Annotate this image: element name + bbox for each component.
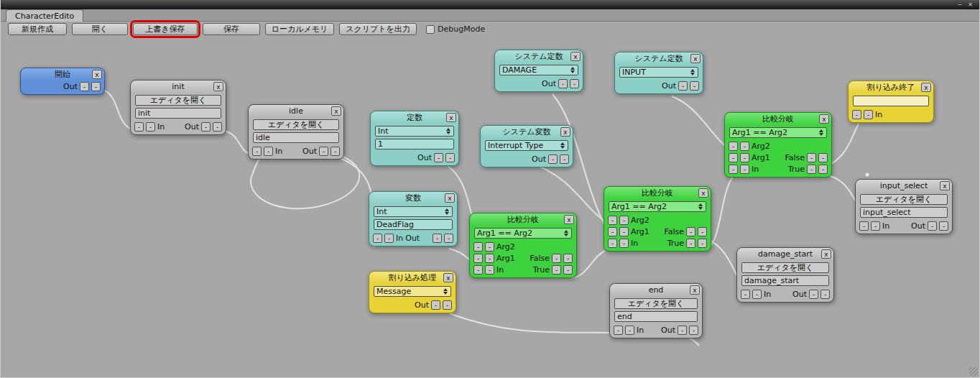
port-in-connector[interactable]: - [619,239,629,248]
port-true-toggle[interactable]: - [552,265,561,275]
port-out-toggle[interactable]: - [80,82,89,91]
node-compare-branch-3[interactable]: 比較分岐 x Arg1 == Arg2 - - Arg2 - - Arg1 Fa… [724,112,832,178]
port-out-toggle[interactable]: - [809,290,818,299]
port-arg1-toggle[interactable]: - [608,227,617,236]
node-system-constant-input[interactable]: システム定数 x INPUT Out - - [614,52,703,94]
variable-name-field[interactable]: DeadFlag [374,219,453,230]
open-editor-button[interactable]: エディタを開く [860,194,948,205]
port-in-toggle[interactable]: - [859,221,869,231]
port-in-connector[interactable]: - [264,147,273,156]
node-variable[interactable]: 変数 x Int DeadFlag - - In Out - - [369,191,458,246]
port-out-toggle[interactable]: - [548,155,558,164]
port-in-toggle[interactable]: - [473,265,483,275]
port-in-toggle[interactable]: - [614,326,623,335]
close-icon[interactable]: x [690,54,701,63]
port-out-toggle[interactable]: - [678,81,688,91]
variable-dropdown[interactable]: Interrupt Type [485,140,568,151]
port-arg1-connector[interactable]: - [485,254,494,263]
port-arg2-toggle[interactable]: - [729,142,738,151]
port-out-connector[interactable]: - [445,153,455,162]
open-editor-button[interactable]: エディタを開く [253,119,339,130]
type-dropdown[interactable]: Int [375,126,454,137]
port-out-toggle[interactable]: - [433,234,442,243]
node-compare-branch-1[interactable]: 比較分岐 x Arg1 == Arg2 - - Arg2 - - Arg1 Fa… [469,213,577,278]
port-arg1-toggle[interactable]: - [729,153,738,162]
open-editor-button[interactable]: エディタを開く [614,298,698,309]
port-false-toggle[interactable]: - [686,227,695,236]
node-interrupt-end[interactable]: 割り込み終了 x - - In [848,80,934,123]
close-icon[interactable]: x [698,188,708,198]
port-out-toggle[interactable]: - [319,147,328,156]
script-name-field[interactable]: end [614,311,698,322]
tab-charactereditor[interactable]: CharacterEdito [6,9,83,22]
type-dropdown[interactable]: Int [374,206,453,217]
node-start[interactable]: 開始 x Out - - [20,68,105,95]
port-in-connector[interactable]: - [752,290,762,299]
local-memory-button[interactable]: ローカルメモリ [265,23,334,35]
save-button[interactable]: 保存 [203,23,260,35]
node-idle[interactable]: idle x エディタを開く idle - - In Out - - [248,104,344,160]
debugmode-checkbox[interactable] [426,25,435,34]
resize-grip-icon[interactable] [969,367,978,376]
port-arg2-connector[interactable]: - [740,142,749,151]
port-arg2-toggle[interactable]: - [608,216,617,225]
node-interrupt-handler[interactable]: 割り込み処理 x Message Out - - [369,271,456,313]
condition-dropdown[interactable]: Arg1 == Arg2 [729,127,827,138]
port-in-toggle[interactable]: - [852,110,861,119]
node-system-variable[interactable]: システム変数 x Interrupt Type Out - - [480,125,573,167]
script-name-field[interactable]: input_select [860,207,948,218]
close-icon[interactable]: x [921,83,931,92]
close-icon[interactable]: x [570,52,581,61]
node-canvas[interactable] [1,0,979,377]
port-false-connector[interactable]: - [818,153,828,162]
port-in-toggle[interactable]: - [608,239,617,248]
port-in-connector[interactable]: - [485,265,494,275]
port-out-connector[interactable]: - [213,122,222,132]
port-out-connector[interactable]: - [444,234,453,243]
window-close-icon[interactable]: ✕ [968,2,973,8]
open-editor-button[interactable]: エディタを開く [741,262,829,273]
minimize-icon[interactable]: ─ [958,2,961,8]
port-in-connector[interactable]: - [871,221,880,231]
port-true-toggle[interactable]: - [807,165,816,174]
port-out-toggle[interactable]: - [431,300,440,310]
open-button[interactable]: 開く [72,23,128,35]
port-out-connector[interactable]: - [443,300,452,310]
port-in-toggle[interactable]: - [134,122,144,132]
close-icon[interactable]: x [940,181,950,190]
close-icon[interactable]: x [446,113,456,122]
port-out-connector[interactable]: - [560,155,569,164]
port-false-toggle[interactable]: - [552,254,561,263]
new-button[interactable]: 新規作成 [8,23,67,35]
port-true-toggle[interactable]: - [686,239,695,248]
node-damage-start[interactable]: damage_start x エディタを開く damage_start - - … [736,247,834,303]
port-arg1-connector[interactable]: - [740,153,749,162]
constant-dropdown[interactable]: DAMAGE [499,65,578,75]
port-in-connector[interactable]: - [384,234,394,243]
port-in-toggle[interactable]: - [373,234,382,243]
close-icon[interactable]: x [690,285,700,295]
script-name-field[interactable]: idle [253,132,339,143]
close-icon[interactable]: x [564,215,574,224]
port-arg2-connector[interactable]: - [619,216,629,225]
close-icon[interactable]: x [443,273,453,282]
node-constant[interactable]: 定数 x Int 1 Out - - [370,111,459,166]
value-field[interactable]: 1 [375,139,454,149]
port-arg2-toggle[interactable]: - [473,242,483,252]
condition-dropdown[interactable]: Arg1 == Arg2 [609,201,706,212]
port-out-toggle[interactable]: - [201,122,211,132]
port-out-connector[interactable]: - [820,290,830,299]
port-arg1-toggle[interactable]: - [473,254,483,263]
port-true-connector[interactable]: - [818,165,828,174]
close-icon[interactable]: x [92,70,102,79]
port-out-toggle[interactable]: - [928,221,937,231]
port-true-connector[interactable]: - [698,239,707,248]
close-icon[interactable]: x [213,82,223,91]
port-in-connector[interactable]: - [740,165,749,174]
port-out-connector[interactable]: - [689,326,698,335]
close-icon[interactable]: x [331,106,341,116]
port-out-connector[interactable]: - [91,82,101,91]
interrupt-type-dropdown[interactable]: Message [374,286,451,297]
port-in-toggle[interactable]: - [252,147,262,156]
port-arg2-connector[interactable]: - [485,242,494,252]
